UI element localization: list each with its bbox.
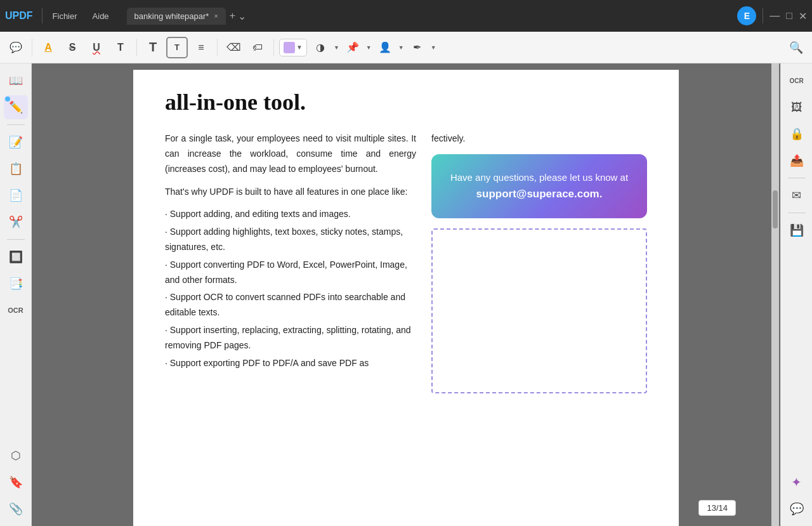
organize-btn[interactable]: 📋 [4, 157, 28, 181]
stamp-btn[interactable]: 🏷 [247, 37, 268, 58]
divider [42, 8, 43, 23]
pen-btn[interactable]: ✒ [407, 37, 428, 58]
email-right-btn[interactable]: ✉ [785, 183, 809, 207]
toolbar-right: 🔍 [785, 37, 807, 58]
pages-btn[interactable]: 📑 [4, 272, 28, 296]
crop-btn[interactable]: 🔲 [4, 245, 28, 269]
pdf-paragraph-1: For a single task, your employees need t… [165, 131, 416, 176]
page-number: 13/14 [698, 500, 736, 516]
pin-btn[interactable]: 📌 [342, 37, 363, 58]
text-btn[interactable]: T [110, 37, 131, 58]
pdf-bullet-1: · Support adding, and editing texts and … [165, 207, 416, 222]
maximize-btn[interactable]: □ [786, 10, 792, 22]
pdf-col-right: fectively. Have any questions, please le… [431, 131, 647, 393]
pdf-bullet-3: · Support converting PDF to Word, Excel,… [165, 258, 416, 288]
main-layout: 📖 ✏️ 📝 📋 📄 ✂️ 🔲 📑 OCR ⬡ 🔖 📎 all-in-one t… [0, 63, 812, 526]
title-bar: UPDF Fichier Aide banking whitepapar* × … [0, 0, 812, 32]
pin-dropdown-icon[interactable]: ▼ [366, 44, 372, 51]
tab-more-btn[interactable]: ⌄ [238, 10, 246, 22]
extract-btn[interactable]: ✂️ [4, 210, 28, 234]
menu-fichier[interactable]: Fichier [46, 9, 84, 23]
strikethrough-btn[interactable]: S [62, 37, 83, 58]
toolbar-divider-3 [217, 39, 218, 56]
app-logo: UPDF [5, 10, 33, 22]
active-dot [5, 96, 10, 102]
scrollbar[interactable] [771, 63, 779, 526]
toolbar-divider-4 [273, 39, 274, 56]
pdf-bullet-6: · Support exporting PDF to PDF/A and sav… [165, 356, 416, 371]
pdf-col-left: For a single task, your employees need t… [165, 131, 416, 393]
support-card: Have any questions, please let us know a… [431, 154, 647, 218]
window-controls: E — □ ✕ [737, 6, 807, 25]
pdf-area: all-in-one tool. For a single task, your… [32, 63, 780, 526]
left-sidebar: 📖 ✏️ 📝 📋 📄 ✂️ 🔲 📑 OCR ⬡ 🔖 📎 [0, 63, 32, 526]
comment-btn[interactable]: 💬 [5, 37, 27, 58]
menu-bar: Fichier Aide [46, 9, 117, 23]
shape-btn[interactable]: ◑ [310, 37, 331, 58]
pdf-bullet-5: · Support inserting, replacing, extracti… [165, 323, 416, 353]
pen-dropdown-icon[interactable]: ▼ [431, 44, 436, 51]
toolbar-divider-2 [136, 39, 137, 56]
right-divider-2 [788, 213, 806, 213]
search-btn[interactable]: 🔍 [785, 37, 807, 58]
tab-close-btn[interactable]: × [214, 12, 218, 20]
toolbar: 💬 A S U T T T ≡ ⌫ 🏷 ▼ ◑ ▼ 📌 ▼ 👤 ▼ ✒ ▼ 🔍 [0, 32, 812, 63]
annotate-btn[interactable]: 📝 [4, 130, 28, 154]
bookmark-btn[interactable]: 🔖 [4, 470, 28, 494]
color-picker-btn[interactable]: ▼ [279, 39, 307, 56]
person-btn[interactable]: 👤 [374, 37, 396, 58]
ai-right-btn[interactable]: ✦ [785, 470, 809, 494]
dashed-placeholder-box [431, 228, 647, 393]
highlight-btn[interactable]: A [37, 37, 59, 58]
shape-dropdown-icon[interactable]: ▼ [334, 44, 339, 51]
save-right-btn[interactable]: 💾 [785, 218, 809, 242]
read-mode-btn[interactable]: 📖 [4, 69, 28, 93]
pdf-bullet-2: · Support adding highlights, text boxes,… [165, 225, 416, 255]
text2-btn[interactable]: T [142, 37, 164, 58]
logo-text: UPDF [5, 10, 33, 22]
attachment-btn[interactable]: 📎 [4, 497, 28, 521]
chevron-down-icon: ▼ [296, 44, 303, 51]
list-btn[interactable]: ≡ [190, 37, 212, 58]
add-tab-btn[interactable]: + [230, 10, 235, 22]
sidebar-divider-2 [7, 239, 25, 240]
sidebar-divider-1 [7, 124, 25, 125]
tab-label: banking whitepapar* [134, 11, 209, 21]
close-btn[interactable]: ✕ [799, 10, 807, 22]
support-card-text: Have any questions, please let us know a… [447, 172, 632, 183]
pdf-bullet-4: · Support OCR to convert scanned PDFs in… [165, 290, 416, 320]
pdf-paragraph-2: That's why UPDF is built to have all fea… [165, 185, 416, 200]
active-tab[interactable]: banking whitepapar* × [127, 8, 226, 25]
ocr-btn[interactable]: OCR [4, 298, 28, 322]
color-swatch [284, 42, 295, 53]
pdf-right-end: fectively. [431, 131, 647, 147]
menu-aide[interactable]: Aide [86, 9, 117, 23]
support-card-email: support@superace.com. [447, 188, 632, 201]
layers-btn[interactable]: ⬡ [4, 444, 28, 468]
person-dropdown-icon[interactable]: ▼ [398, 44, 404, 51]
right-divider-1 [788, 178, 806, 178]
pdf-heading: all-in-one tool. [165, 89, 647, 116]
image-right-btn[interactable]: 🖼 [785, 95, 809, 119]
underline-btn[interactable]: U [86, 37, 107, 58]
chat-right-btn[interactable]: 💬 [785, 497, 809, 521]
security-right-btn[interactable]: 🔒 [785, 122, 809, 146]
pdf-two-col: For a single task, your employees need t… [165, 131, 647, 393]
minimize-btn[interactable]: — [769, 10, 780, 22]
form-btn[interactable]: 📄 [4, 183, 28, 207]
scrollbar-thumb[interactable] [773, 190, 778, 228]
eraser-btn[interactable]: ⌫ [223, 37, 244, 58]
pdf-page: all-in-one tool. For a single task, your… [133, 70, 679, 526]
user-avatar[interactable]: E [737, 6, 756, 25]
divider2 [763, 8, 763, 23]
export-right-btn[interactable]: 📤 [785, 148, 809, 173]
edit-mode-btn[interactable]: ✏️ [4, 95, 28, 119]
right-sidebar: OCR 🖼 🔒 📤 ✉ 💾 ✦ 💬 [780, 63, 812, 526]
ocr-right-btn[interactable]: OCR [785, 69, 809, 93]
tab-bar: banking whitepapar* × + ⌄ [127, 8, 734, 25]
toolbar-divider-1 [32, 39, 32, 56]
textbox-btn[interactable]: T [166, 37, 188, 58]
